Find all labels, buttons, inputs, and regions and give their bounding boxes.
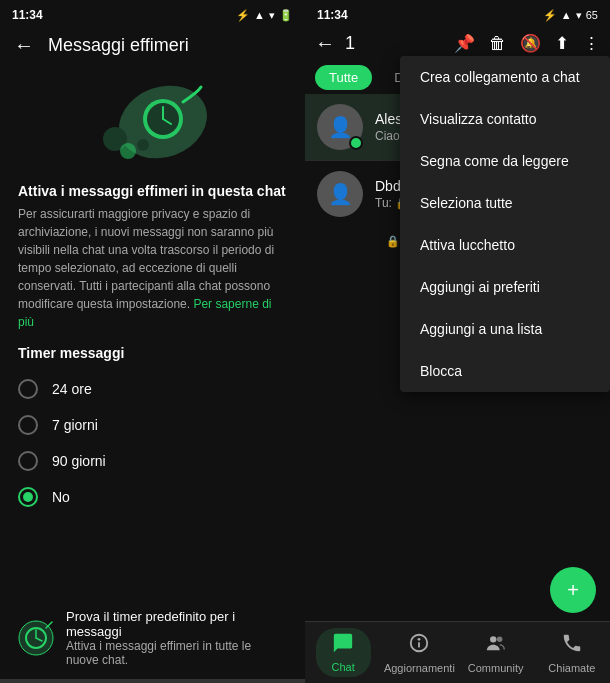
- wifi-icon-right: ▾: [576, 9, 582, 22]
- activate-title: Attiva i messaggi effimeri in questa cha…: [18, 183, 287, 199]
- online-status-indicator: [349, 136, 363, 150]
- calls-nav-icon: [561, 632, 583, 659]
- dropdown-item-0[interactable]: Crea collegamento a chat: [400, 56, 610, 98]
- svg-point-15: [490, 636, 496, 642]
- radio-24ore[interactable]: 24 ore: [18, 371, 287, 407]
- nav-item-community[interactable]: Community: [458, 626, 534, 680]
- svg-point-16: [497, 636, 503, 642]
- prova-title: Prova il timer predefinito per i messagg…: [66, 609, 287, 639]
- svg-point-3: [137, 139, 149, 151]
- updates-nav-label: Aggiornamenti: [384, 662, 455, 674]
- radio-no[interactable]: No: [18, 479, 287, 515]
- status-time-right: 11:34: [317, 8, 348, 22]
- radio-circle-no: [18, 487, 38, 507]
- more-icon[interactable]: ⋮: [583, 33, 600, 54]
- ephemeral-illustration: [93, 77, 213, 167]
- radio-label-90giorni: 90 giorni: [52, 453, 106, 469]
- community-nav-label: Community: [468, 662, 524, 674]
- bottom-nav: Chat Aggiornamenti C: [305, 621, 610, 683]
- plus-icon: +: [567, 580, 579, 600]
- prova-text: Prova il timer predefinito per i messagg…: [66, 609, 287, 667]
- back-button[interactable]: ←: [14, 34, 34, 57]
- svg-rect-14: [418, 642, 420, 648]
- radio-circle-24ore: [18, 379, 38, 399]
- battery-icon-right: 65: [586, 9, 598, 21]
- radio-label-7giorni: 7 giorni: [52, 417, 98, 433]
- status-bar-left: 11:34 ⚡ ▲ ▾ 🔋: [0, 0, 305, 26]
- activate-desc: Per assicurarti maggiore privacy e spazi…: [18, 205, 287, 331]
- radio-circle-7giorni: [18, 415, 38, 435]
- radio-circle-90giorni: [18, 451, 38, 471]
- illustration: [0, 67, 305, 173]
- status-icons-left: ⚡ ▲ ▾ 🔋: [236, 9, 293, 22]
- selection-count: 1: [345, 33, 355, 54]
- prova-icon: [18, 620, 54, 656]
- dropdown-item-6[interactable]: Aggiungi a una lista: [400, 308, 610, 350]
- new-chat-fab[interactable]: +: [550, 567, 596, 613]
- bluetooth-icon: ⚡: [236, 9, 250, 22]
- right-panel: 11:34 ⚡ ▲ ▾ 65 ← 1 📌 🗑 🔕 ⬆ ⋮ Tutte Da le…: [305, 0, 610, 683]
- radio-90giorni[interactable]: 90 giorni: [18, 443, 287, 479]
- dropdown-item-1[interactable]: Visualizza contatto: [400, 98, 610, 140]
- mute-icon[interactable]: 🔕: [520, 33, 541, 54]
- dropdown-menu: Crea collegamento a chat Visualizza cont…: [400, 56, 610, 392]
- export-icon[interactable]: ⬆: [555, 33, 569, 54]
- left-header: ← Messaggi effimeri: [0, 26, 305, 67]
- left-bottom-bar: [0, 679, 305, 683]
- community-nav-icon: [485, 632, 507, 659]
- dropdown-item-3[interactable]: Seleziona tutte: [400, 182, 610, 224]
- status-bar-right: 11:34 ⚡ ▲ ▾ 65: [305, 0, 610, 26]
- updates-nav-icon: [408, 632, 430, 659]
- prova-section[interactable]: Prova il timer predefinito per i messagg…: [0, 597, 305, 679]
- right-header-left: ← 1: [315, 32, 444, 55]
- nav-chat-bg: Chat: [316, 628, 371, 677]
- calls-nav-label: Chiamate: [548, 662, 595, 674]
- svg-point-13: [418, 637, 421, 640]
- sim-icon: ▲: [254, 9, 265, 21]
- svg-point-2: [120, 143, 136, 159]
- dropdown-item-2[interactable]: Segna come da leggere: [400, 140, 610, 182]
- radio-label-no: No: [52, 489, 70, 505]
- prova-sub: Attiva i messaggi effimeri in tutte le n…: [66, 639, 287, 667]
- timer-title: Timer messaggi: [18, 345, 287, 361]
- battery-icon: 🔋: [279, 9, 293, 22]
- tab-tutte[interactable]: Tutte: [315, 65, 372, 90]
- left-page-title: Messaggi effimeri: [48, 35, 189, 56]
- left-body: Attiva i messaggi effimeri in questa cha…: [0, 173, 305, 589]
- bluetooth-icon-right: ⚡: [543, 9, 557, 22]
- avatar-alessio: 👤: [317, 104, 363, 150]
- status-icons-right: ⚡ ▲ ▾ 65: [543, 9, 598, 22]
- nav-item-chiamate[interactable]: Chiamate: [534, 626, 610, 680]
- nav-item-chat[interactable]: Chat: [305, 622, 381, 683]
- header-action-icons: 📌 🗑 🔕 ⬆ ⋮: [454, 33, 600, 54]
- wifi-icon: ▾: [269, 9, 275, 22]
- dropdown-item-7[interactable]: Blocca: [400, 350, 610, 392]
- avatar-dbdvdv: 👤: [317, 171, 363, 217]
- radio-label-24ore: 24 ore: [52, 381, 92, 397]
- left-panel: 11:34 ⚡ ▲ ▾ 🔋 ← Messaggi effimeri: [0, 0, 305, 683]
- right-back-button[interactable]: ←: [315, 32, 335, 55]
- dropdown-item-5[interactable]: Aggiungi ai preferiti: [400, 266, 610, 308]
- nav-item-aggiornamenti[interactable]: Aggiornamenti: [381, 626, 457, 680]
- chat-nav-label: Chat: [332, 661, 355, 673]
- pin-icon[interactable]: 📌: [454, 33, 475, 54]
- dropdown-item-4[interactable]: Attiva lucchetto: [400, 224, 610, 266]
- delete-icon[interactable]: 🗑: [489, 34, 506, 54]
- signal-icon-right: ▲: [561, 9, 572, 21]
- radio-7giorni[interactable]: 7 giorni: [18, 407, 287, 443]
- chat-nav-icon: [332, 632, 354, 659]
- status-time-left: 11:34: [12, 8, 43, 22]
